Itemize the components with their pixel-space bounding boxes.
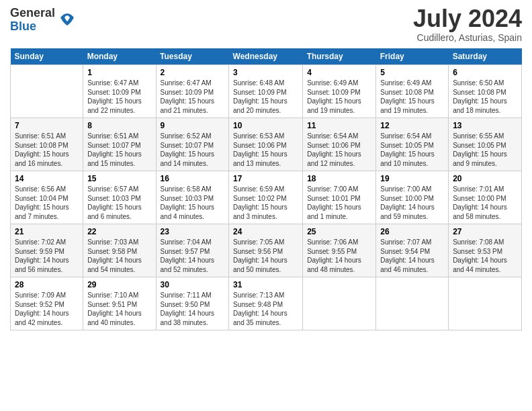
logo-text: General Blue xyxy=(10,7,55,34)
day-info: Sunrise: 6:51 AM Sunset: 10:07 PM Daylig… xyxy=(87,132,151,168)
day-info: Sunrise: 7:10 AM Sunset: 9:51 PM Dayligh… xyxy=(87,291,151,327)
day-info: Sunrise: 7:11 AM Sunset: 9:50 PM Dayligh… xyxy=(161,291,225,327)
day-info: Sunrise: 6:53 AM Sunset: 10:06 PM Daylig… xyxy=(233,132,298,168)
day-number: 22 xyxy=(87,227,151,236)
table-row: 18Sunrise: 7:00 AM Sunset: 10:01 PM Dayl… xyxy=(303,171,376,224)
header: General Blue July 2024 Cudillero, Asturi… xyxy=(10,7,522,43)
day-number: 16 xyxy=(161,174,225,183)
table-row: 11Sunrise: 6:54 AM Sunset: 10:06 PM Dayl… xyxy=(303,118,376,171)
table-row: 1Sunrise: 6:47 AM Sunset: 10:09 PM Dayli… xyxy=(83,65,156,118)
calendar-week-4: 21Sunrise: 7:02 AM Sunset: 9:59 PM Dayli… xyxy=(11,224,522,277)
table-row: 26Sunrise: 7:07 AM Sunset: 9:54 PM Dayli… xyxy=(376,224,449,277)
table-row: 12Sunrise: 6:54 AM Sunset: 10:05 PM Dayl… xyxy=(376,118,449,171)
month-year: July 2024 xyxy=(413,7,522,31)
day-info: Sunrise: 7:04 AM Sunset: 9:57 PM Dayligh… xyxy=(161,238,225,274)
col-friday: Friday xyxy=(376,48,449,65)
day-info: Sunrise: 6:50 AM Sunset: 10:08 PM Daylig… xyxy=(453,79,517,115)
table-row: 8Sunrise: 6:51 AM Sunset: 10:07 PM Dayli… xyxy=(83,118,156,171)
table-row: 9Sunrise: 6:52 AM Sunset: 10:07 PM Dayli… xyxy=(156,118,229,171)
day-number: 5 xyxy=(380,68,444,77)
day-number: 17 xyxy=(233,174,298,183)
day-info: Sunrise: 6:47 AM Sunset: 10:09 PM Daylig… xyxy=(87,79,151,115)
table-row: 25Sunrise: 7:06 AM Sunset: 9:55 PM Dayli… xyxy=(303,224,376,277)
table-row: 15Sunrise: 6:57 AM Sunset: 10:03 PM Dayl… xyxy=(83,171,156,224)
day-info: Sunrise: 7:00 AM Sunset: 10:00 PM Daylig… xyxy=(380,185,444,221)
page-container: General Blue July 2024 Cudillero, Asturi… xyxy=(0,0,532,337)
col-thursday: Thursday xyxy=(303,48,376,65)
day-number: 28 xyxy=(15,280,79,289)
table-row: 10Sunrise: 6:53 AM Sunset: 10:06 PM Dayl… xyxy=(229,118,303,171)
table-row: 6Sunrise: 6:50 AM Sunset: 10:08 PM Dayli… xyxy=(449,65,522,118)
table-row: 3Sunrise: 6:48 AM Sunset: 10:09 PM Dayli… xyxy=(229,65,303,118)
day-number: 24 xyxy=(233,227,298,236)
table-row: 22Sunrise: 7:03 AM Sunset: 9:58 PM Dayli… xyxy=(83,224,156,277)
title-section: July 2024 Cudillero, Asturias, Spain xyxy=(413,7,522,43)
day-number: 25 xyxy=(307,227,371,236)
table-row: 5Sunrise: 6:49 AM Sunset: 10:08 PM Dayli… xyxy=(376,65,449,118)
table-row xyxy=(11,65,83,118)
table-row xyxy=(303,277,376,330)
day-number: 29 xyxy=(87,280,151,289)
logo-general: General xyxy=(10,7,55,20)
day-info: Sunrise: 6:49 AM Sunset: 10:09 PM Daylig… xyxy=(307,79,371,115)
col-saturday: Saturday xyxy=(449,48,522,65)
table-row: 29Sunrise: 7:10 AM Sunset: 9:51 PM Dayli… xyxy=(83,277,156,330)
day-number: 31 xyxy=(233,280,298,289)
logo-icon xyxy=(58,8,77,27)
day-number: 21 xyxy=(15,227,79,236)
day-number: 13 xyxy=(453,121,517,130)
logo-blue: Blue xyxy=(10,20,55,34)
day-number: 23 xyxy=(161,227,225,236)
day-info: Sunrise: 7:13 AM Sunset: 9:48 PM Dayligh… xyxy=(233,291,298,327)
day-number: 3 xyxy=(233,68,298,77)
table-row xyxy=(449,277,522,330)
table-row: 17Sunrise: 6:59 AM Sunset: 10:02 PM Dayl… xyxy=(229,171,303,224)
day-number: 18 xyxy=(307,174,371,183)
day-info: Sunrise: 6:56 AM Sunset: 10:04 PM Daylig… xyxy=(15,185,79,221)
day-number: 4 xyxy=(307,68,371,77)
col-sunday: Sunday xyxy=(11,48,83,65)
col-monday: Monday xyxy=(83,48,156,65)
calendar-week-2: 7Sunrise: 6:51 AM Sunset: 10:08 PM Dayli… xyxy=(11,118,522,171)
day-info: Sunrise: 7:05 AM Sunset: 9:56 PM Dayligh… xyxy=(233,238,298,274)
col-tuesday: Tuesday xyxy=(156,48,229,65)
day-info: Sunrise: 7:02 AM Sunset: 9:59 PM Dayligh… xyxy=(15,238,79,274)
day-number: 27 xyxy=(453,227,517,236)
day-number: 9 xyxy=(161,121,225,130)
day-info: Sunrise: 6:48 AM Sunset: 10:09 PM Daylig… xyxy=(233,79,298,115)
day-number: 26 xyxy=(380,227,444,236)
table-row: 16Sunrise: 6:58 AM Sunset: 10:03 PM Dayl… xyxy=(156,171,229,224)
day-number: 1 xyxy=(87,68,151,77)
day-info: Sunrise: 6:52 AM Sunset: 10:07 PM Daylig… xyxy=(161,132,225,168)
day-number: 20 xyxy=(453,174,517,183)
table-row: 20Sunrise: 7:01 AM Sunset: 10:00 PM Dayl… xyxy=(449,171,522,224)
day-info: Sunrise: 7:06 AM Sunset: 9:55 PM Dayligh… xyxy=(307,238,371,274)
table-row: 23Sunrise: 7:04 AM Sunset: 9:57 PM Dayli… xyxy=(156,224,229,277)
table-row: 30Sunrise: 7:11 AM Sunset: 9:50 PM Dayli… xyxy=(156,277,229,330)
day-number: 8 xyxy=(87,121,151,130)
day-number: 2 xyxy=(161,68,225,77)
day-number: 19 xyxy=(380,174,444,183)
calendar-week-1: 1Sunrise: 6:47 AM Sunset: 10:09 PM Dayli… xyxy=(11,65,522,118)
table-row: 4Sunrise: 6:49 AM Sunset: 10:09 PM Dayli… xyxy=(303,65,376,118)
table-row: 28Sunrise: 7:09 AM Sunset: 9:52 PM Dayli… xyxy=(11,277,83,330)
col-wednesday: Wednesday xyxy=(229,48,303,65)
table-row: 19Sunrise: 7:00 AM Sunset: 10:00 PM Dayl… xyxy=(376,171,449,224)
table-row xyxy=(376,277,449,330)
table-row: 2Sunrise: 6:47 AM Sunset: 10:09 PM Dayli… xyxy=(156,65,229,118)
day-number: 30 xyxy=(161,280,225,289)
day-number: 11 xyxy=(307,121,371,130)
calendar-table: Sunday Monday Tuesday Wednesday Thursday… xyxy=(10,48,522,330)
day-info: Sunrise: 6:49 AM Sunset: 10:08 PM Daylig… xyxy=(380,79,444,115)
day-info: Sunrise: 7:01 AM Sunset: 10:00 PM Daylig… xyxy=(453,185,517,221)
day-info: Sunrise: 7:00 AM Sunset: 10:01 PM Daylig… xyxy=(307,185,371,221)
day-number: 10 xyxy=(233,121,298,130)
table-row: 24Sunrise: 7:05 AM Sunset: 9:56 PM Dayli… xyxy=(229,224,303,277)
calendar-week-5: 28Sunrise: 7:09 AM Sunset: 9:52 PM Dayli… xyxy=(11,277,522,330)
day-info: Sunrise: 6:47 AM Sunset: 10:09 PM Daylig… xyxy=(161,79,225,115)
calendar-week-3: 14Sunrise: 6:56 AM Sunset: 10:04 PM Dayl… xyxy=(11,171,522,224)
table-row: 13Sunrise: 6:55 AM Sunset: 10:05 PM Dayl… xyxy=(449,118,522,171)
day-number: 14 xyxy=(15,174,79,183)
location: Cudillero, Asturias, Spain xyxy=(413,32,522,43)
header-row: Sunday Monday Tuesday Wednesday Thursday… xyxy=(11,48,522,65)
